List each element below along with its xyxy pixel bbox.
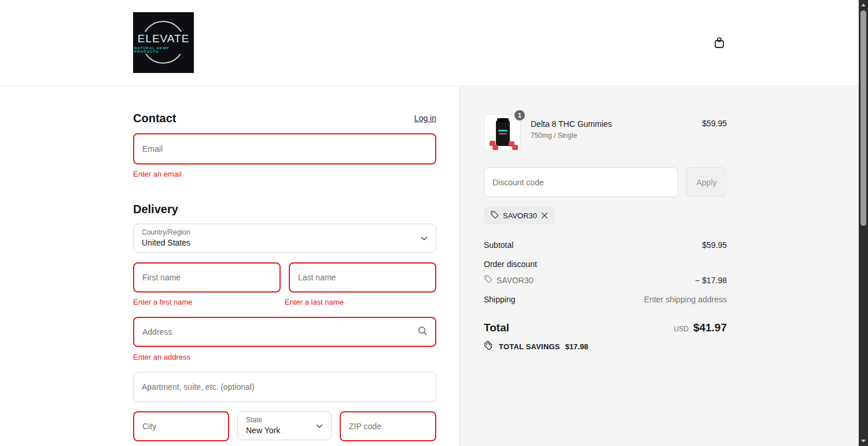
shipping-value: Enter shipping address [644,294,727,305]
cart-button[interactable] [711,35,728,52]
applied-discount-code: SAVOR30 [503,211,537,220]
chevron-down-icon [421,233,428,243]
currency-code: USD [674,324,689,334]
shopping-bag-icon [711,45,728,54]
name-errors-row: Enter a first name Enter a last name [133,298,436,307]
state-select[interactable]: State New York [237,411,332,440]
applied-discount-chip[interactable]: SAVOR30 [484,207,554,224]
total-label: Total [484,320,509,335]
delivery-heading: Delivery [133,201,436,217]
city-state-zip-row: State New York [133,411,436,441]
cart-line-item: 1 Delta 8 THC Gummies 750mg / Single $59… [484,114,727,151]
logo-tagline-text: NATURAL HEMP PRODUCTS [133,46,194,54]
discount-code-text: SAVOR30 [496,275,534,286]
close-icon[interactable] [541,212,548,219]
discount-amount-row: SAVOR30 − $17.98 [484,275,727,286]
state-value: New York [246,425,323,436]
tag-icon [484,275,492,286]
city-input[interactable] [134,412,228,440]
store-logo[interactable]: ELEVATE NATURAL HEMP PRODUCTS [133,12,194,73]
last-name-error: Enter a last name [285,298,436,307]
first-name-field [133,262,281,293]
zip-field [340,411,436,441]
scroll-up-arrow-icon[interactable] [861,3,866,6]
main-content: Contact Log in Enter an email Delivery C… [0,86,859,446]
product-variant: 750mg / Single [531,131,702,141]
search-icon [417,326,428,338]
header: ELEVATE NATURAL HEMP PRODUCTS [0,0,859,86]
subtotal-value: $59.95 [702,240,727,250]
quantity-badge: 1 [513,109,526,122]
name-row [133,262,436,293]
order-discount-label: Order discount [484,259,537,269]
tag-icon [490,210,499,221]
savings-value: $17.98 [565,342,589,351]
apply-discount-button[interactable]: Apply [686,167,727,197]
contact-header: Contact Log in [133,111,436,126]
discount-code-input[interactable] [484,168,678,196]
country-select[interactable]: Country/Region United States [133,224,436,253]
shipping-row: Shipping Enter shipping address [484,294,727,305]
address-field [133,317,436,347]
double-tag-icon [484,341,494,353]
country-label: Country/Region [142,228,428,236]
email-field [133,133,436,164]
product-name: Delta 8 THC Gummies [531,119,702,130]
login-link[interactable]: Log in [414,111,436,126]
checkout-form-column: Contact Log in Enter an email Delivery C… [0,86,460,446]
country-value: United States [142,237,428,248]
email-error: Enter an email [133,170,436,179]
contact-heading: Contact [133,111,176,126]
address-error: Enter an address [133,353,436,362]
discount-amount: − $17.98 [695,275,727,286]
savings-label: TOTAL SAVINGS [499,342,560,351]
address-input[interactable] [134,318,435,346]
total-savings-row: TOTAL SAVINGS $17.98 [484,341,727,353]
apartment-field [133,372,436,402]
zip-input[interactable] [341,412,435,440]
email-input[interactable] [134,134,435,163]
discount-code-row: Apply [484,167,727,197]
checkout-page: ELEVATE NATURAL HEMP PRODUCTS Contact Lo… [0,0,868,446]
subtotal-row: Subtotal $59.95 [484,240,727,250]
vertical-scrollbar[interactable] [859,0,868,446]
state-label: State [246,416,323,424]
total-row: Total USD $41.97 [484,320,727,335]
last-name-field [289,262,436,293]
order-discount-row: Order discount [484,259,727,269]
apartment-input[interactable] [134,372,436,401]
total-value: $41.97 [693,323,727,333]
city-field [133,411,229,441]
first-name-error: Enter a first name [133,298,285,307]
subtotal-label: Subtotal [484,240,513,250]
first-name-input[interactable] [134,264,279,291]
shipping-label: Shipping [484,294,516,305]
product-price: $59.95 [702,114,727,151]
scroll-down-arrow-icon[interactable] [861,440,866,443]
logo-brand-text: ELEVATE [137,32,191,46]
chevron-down-icon [316,421,323,431]
discount-code-field [484,167,678,197]
order-summary-column: 1 Delta 8 THC Gummies 750mg / Single $59… [460,86,859,446]
scrollbar-thumb[interactable] [860,10,866,226]
last-name-input[interactable] [290,264,435,291]
